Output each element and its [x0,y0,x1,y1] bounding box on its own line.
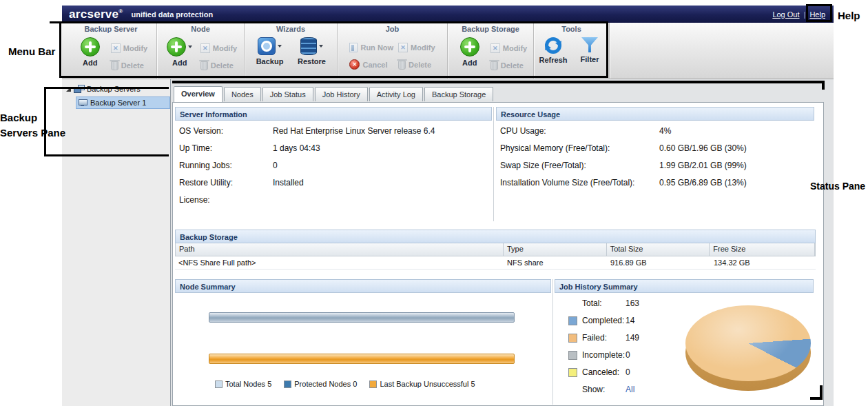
info-row: CPU Usage:4% [500,126,814,143]
column-header-type[interactable]: Type [504,243,607,256]
legend-item: Total Nodes 5 [215,380,271,388]
ribbon-group-backup-storage: Backup Storage Add Modify Delete [448,23,534,79]
node-delete-button[interactable]: Delete [200,60,237,70]
expanded-triangle-icon[interactable] [66,87,71,92]
job-history-row-completed: Completed: 14 [555,314,689,332]
logout-link[interactable]: Log Out [772,10,799,19]
delete-label: Delete [211,61,234,70]
info-row: Up Time:1 days 04:43 [179,143,492,161]
tab-job-history[interactable]: Job History [315,87,368,101]
tab-nodes[interactable]: Nodes [224,87,261,101]
panel-title-server-information: Server Information [175,107,492,121]
backup-storage-modify-button[interactable]: Modify [490,43,527,53]
tab-activity-log[interactable]: Activity Log [369,87,423,101]
refresh-button[interactable]: Refresh [537,37,569,64]
backup-server-delete-button[interactable]: Delete [111,60,147,70]
delete-icon [490,61,498,70]
row-value: Installed [273,178,304,187]
filter-button[interactable]: Filter [574,37,606,64]
add-label: Add [83,59,97,67]
backup-storage-panel: Backup Storage Path Type Total Size Free… [175,230,816,270]
canceled-label: Canceled: [582,367,619,377]
show-all-link[interactable]: All [626,385,634,394]
panel-divider [552,279,553,405]
logo-text: arcserve [69,8,118,21]
column-header-free-size[interactable]: Free Size [710,243,815,256]
column-header-total-size[interactable]: Total Size [607,243,710,256]
job-cancel-button[interactable]: Cancel [349,59,393,70]
add-icon [167,37,186,57]
cell-type: NFS share [504,256,607,269]
panel-divider [493,107,494,221]
job-modify-button[interactable]: Modify [398,43,435,52]
job-history-summary-panel: Job History Summary Total: 163 Completed… [555,279,814,405]
refresh-icon [545,37,561,54]
run-now-label: Run Now [360,43,393,52]
info-row: Installation Volume Size (Free/Total):0.… [500,178,814,195]
annotation-help-label: Help [838,8,860,23]
tree-item-label: Backup Server 1 [90,99,146,107]
job-delete-button[interactable]: Delete [398,59,435,70]
node-add-button[interactable]: Add [164,37,196,70]
cancel-icon [349,59,360,70]
modify-label: Modify [411,43,435,52]
panel-title-backup-storage: Backup Storage [175,230,816,243]
incomplete-value: 0 [626,350,630,360]
cell-total-size: 916.89 GB [607,256,710,269]
ribbon-group-backup-server: Backup Server Add Modify Delete [65,23,157,79]
tab-overview[interactable]: Overview [174,86,223,102]
restore-wizard-button[interactable]: Restore [293,37,331,65]
tree-node-backup-server-1[interactable]: Backup Server 1 [76,97,170,109]
job-history-pie-chart [685,305,814,402]
chevron-down-icon[interactable] [278,45,282,50]
tab-strip: Overview Nodes Job Status Job History Ac… [174,87,493,102]
job-history-list: Total: 163 Completed: 14 Failed: 149 [555,297,689,400]
cell-path: <NFS Share Full path> [175,256,504,269]
total-label: Total: [582,298,602,308]
canceled-swatch [568,368,577,377]
group-title-job: Job [338,25,447,35]
info-row: Physical Memory (Free/Total):0.60 GB/1.9… [500,143,814,161]
run-now-icon [349,43,358,52]
restore-wizard-icon [300,37,317,55]
restore-label: Restore [298,57,326,65]
last-backup-unsuccessful-bar [209,354,515,364]
incomplete-label: Incomplete: [582,350,625,360]
panel-title-node-summary: Node Summary [175,279,551,293]
tree-node-backup-servers[interactable]: Backup Servers [62,79,170,95]
job-history-row-canceled: Canceled: 0 [555,366,689,383]
ribbon-group-job: Job Run Now Cancel [338,23,448,79]
help-link[interactable]: Help [809,10,825,19]
column-header-path[interactable]: Path [176,243,504,256]
backup-server-add-button[interactable]: Add [74,37,106,70]
job-run-now-button[interactable]: Run Now [349,43,393,52]
chevron-down-icon[interactable] [319,45,323,50]
node-modify-button[interactable]: Modify [200,43,237,53]
job-history-show-row: Show: All [555,383,689,400]
tab-job-status[interactable]: Job Status [262,87,313,101]
protected-nodes-swatch [284,380,291,388]
link-separator: | [804,10,806,19]
row-label: Swap Size (Free/Total): [500,161,659,170]
modify-label: Modify [123,44,147,52]
backup-storage-add-button[interactable]: Add [454,37,486,70]
group-title-node: Node [157,25,244,35]
table-row[interactable]: <NFS Share Full path> NFS share 916.89 G… [175,256,816,270]
delete-label: Delete [501,61,524,70]
chevron-down-icon[interactable] [188,45,192,50]
group-title-backup-server: Backup Server [65,25,156,35]
backup-wizard-button[interactable]: Backup [251,37,289,65]
backup-label: Backup [256,57,284,65]
backup-storage-delete-button[interactable]: Delete [490,60,527,70]
canceled-value: 0 [626,367,630,377]
tab-backup-storage[interactable]: Backup Storage [424,87,493,101]
filter-label: Filter [581,55,599,63]
backup-server-modify-button[interactable]: Modify [111,43,147,53]
incomplete-swatch [568,351,577,360]
add-icon [81,37,100,57]
server-information-panel: Server Information OS Version:Red Hat En… [175,107,492,212]
tree-root-label: Backup Servers [87,85,141,93]
job-history-row-incomplete: Incomplete: 0 [555,349,689,366]
job-history-row-failed: Failed: 149 [555,332,689,349]
failed-value: 149 [626,333,639,343]
